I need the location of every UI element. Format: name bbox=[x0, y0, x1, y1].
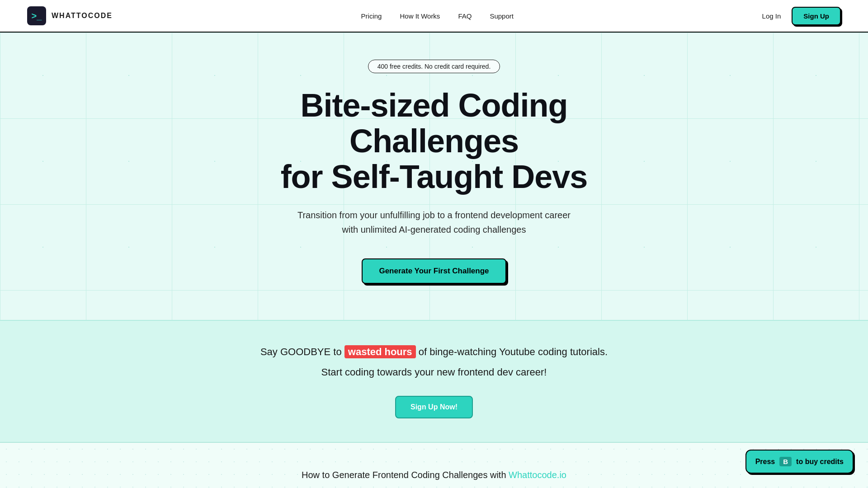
buy-credits-widget[interactable]: Press B to buy credits bbox=[745, 450, 854, 474]
nav-links: Pricing How It Works FAQ Support bbox=[361, 12, 514, 20]
hero-title-line2: for Self-Taught Devs bbox=[281, 159, 588, 195]
video-title-link[interactable]: Whattocode.io bbox=[509, 470, 566, 480]
nav-support[interactable]: Support bbox=[490, 12, 514, 20]
buy-credits-prefix: Press bbox=[755, 458, 775, 466]
cta-section: Say GOODBYE to wasted hours of binge-wat… bbox=[0, 321, 868, 443]
video-section: How to Generate Frontend Coding Challeng… bbox=[0, 443, 868, 488]
cta-text-line1: Say GOODBYE to wasted hours of binge-wat… bbox=[18, 344, 850, 359]
video-title-prefix: How to Generate Frontend Coding Challeng… bbox=[302, 470, 506, 480]
login-link[interactable]: Log In bbox=[762, 12, 781, 20]
signup-button[interactable]: Sign Up bbox=[792, 7, 841, 25]
free-credits-badge: 400 free credits. No credit card require… bbox=[368, 60, 500, 73]
video-section-title: How to Generate Frontend Coding Challeng… bbox=[90, 470, 778, 480]
hero-section: 400 free credits. No credit card require… bbox=[0, 33, 868, 321]
wasted-hours-highlight: wasted hours bbox=[344, 345, 416, 358]
hero-title-line1: Bite-sized Coding Challenges bbox=[301, 87, 568, 159]
hero-title: Bite-sized Coding Challenges for Self-Ta… bbox=[249, 88, 619, 195]
hero-subtitle: Transition from your unfulfilling job to… bbox=[294, 208, 574, 237]
hero-content: 400 free credits. No credit card require… bbox=[231, 60, 637, 284]
nav-pricing[interactable]: Pricing bbox=[361, 12, 382, 20]
generate-challenge-button[interactable]: Generate Your First Challenge bbox=[362, 258, 506, 284]
buy-credits-suffix: to buy credits bbox=[796, 458, 844, 466]
logo-text: WHATTOCODE bbox=[52, 12, 113, 20]
logo-area: >_ WHATTOCODE bbox=[27, 6, 113, 25]
cta-text-line2: Start coding towards your new frontend d… bbox=[18, 365, 850, 380]
buy-credits-key: B bbox=[779, 457, 792, 466]
cta-suffix-text: of binge-watching Youtube coding tutoria… bbox=[419, 346, 608, 357]
nav-faq[interactable]: FAQ bbox=[458, 12, 472, 20]
signup-now-button[interactable]: Sign Up Now! bbox=[395, 396, 473, 418]
navbar: >_ WHATTOCODE Pricing How It Works FAQ S… bbox=[0, 0, 868, 33]
nav-how-it-works[interactable]: How It Works bbox=[400, 12, 440, 20]
logo-icon: >_ bbox=[27, 6, 46, 25]
cta-prefix: Say GOODBYE to bbox=[260, 346, 342, 357]
auth-actions: Log In Sign Up bbox=[762, 7, 841, 25]
